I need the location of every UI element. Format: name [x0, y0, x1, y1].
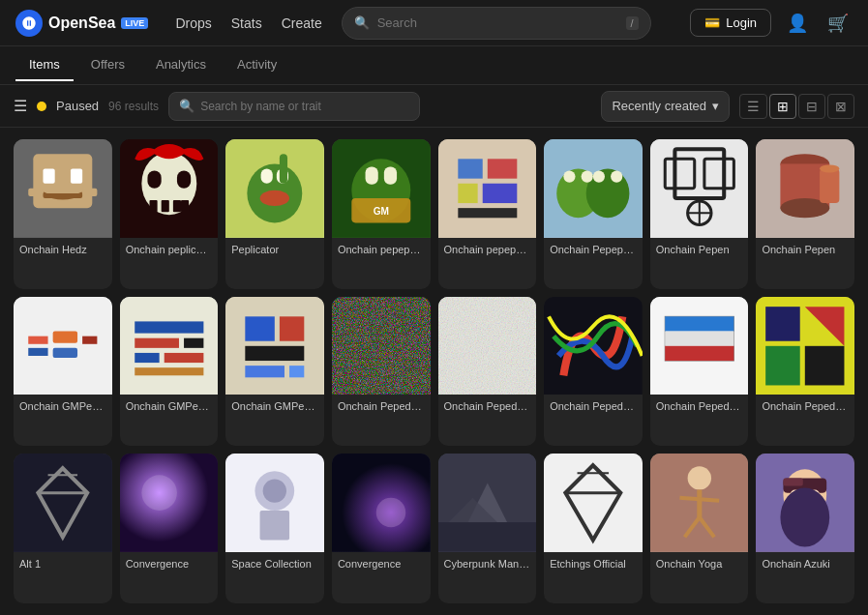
svg-rect-29 [487, 159, 516, 178]
cart-button[interactable]: 🛒 [823, 9, 853, 38]
nft-card[interactable]: Onchain peplicator 2 [120, 139, 219, 289]
svg-rect-3 [71, 168, 82, 183]
svg-rect-67 [246, 316, 275, 340]
nft-image [756, 297, 854, 395]
tab-activity[interactable]: Activity [224, 49, 290, 81]
nft-card[interactable]: Onchain pepepepe [438, 139, 537, 289]
nft-image [332, 297, 431, 395]
sort-dropdown[interactable]: Recently created ▾ [601, 91, 730, 122]
grid-small-view-button[interactable]: ⊞ [769, 94, 796, 119]
nft-card[interactable]: Onchain Pepedenza... [438, 297, 537, 447]
nft-info: Onchain Hedz [14, 238, 112, 263]
search-bar[interactable]: 🔍 / [342, 7, 651, 40]
nft-card[interactable]: Alt 1 [14, 454, 112, 603]
nft-name: Onchain pepepepe... [338, 244, 425, 255]
svg-rect-51 [820, 168, 839, 203]
nft-info: Onchain Pepen [756, 238, 854, 263]
nav-create[interactable]: Create [282, 15, 322, 31]
search-icon: 🔍 [354, 15, 370, 30]
svg-rect-75 [438, 297, 537, 395]
nft-name: Convergence [338, 558, 425, 570]
profile-button[interactable]: 👤 [783, 9, 812, 38]
nft-card[interactable]: Onchain Azuki [756, 454, 854, 603]
nft-card[interactable]: Onchain Yoga [650, 454, 749, 603]
svg-rect-69 [246, 345, 305, 360]
nft-image [438, 139, 537, 238]
nft-name: Onchain Pepen [762, 244, 849, 255]
nft-info: Alt 1 [14, 552, 112, 577]
svg-rect-32 [458, 208, 517, 218]
nft-card[interactable]: Cyberpunk Manifesto [438, 454, 537, 603]
nft-name: Onchain GMPepe #89 [19, 400, 106, 412]
nft-card[interactable]: Onchain Pepedenza... [756, 297, 854, 447]
svg-rect-62 [184, 337, 203, 347]
nft-info: Onchain peplicator 2 [120, 238, 219, 263]
nft-card[interactable]: Onchain Hedz [14, 139, 112, 289]
nft-card[interactable]: GM Onchain pepepepe... [332, 139, 431, 289]
svg-point-119 [781, 488, 830, 547]
nft-card[interactable]: Space Collection [225, 454, 324, 603]
nft-card[interactable]: Onchain GMPepe #1 [225, 297, 324, 447]
nft-info: Space Collection [225, 552, 324, 577]
svg-rect-83 [766, 307, 801, 341]
svg-rect-28 [458, 159, 482, 178]
search-input[interactable] [377, 15, 618, 30]
nft-card[interactable]: Onchain GMPepe #89 [14, 297, 112, 447]
nft-name: Onchain Pepedenza... [338, 400, 425, 412]
nav-stats[interactable]: Stats [231, 15, 262, 31]
svg-rect-24 [384, 166, 397, 184]
filter-icon[interactable]: ☰ [14, 97, 27, 115]
trait-search-input[interactable] [200, 100, 409, 113]
nft-image: GM [332, 139, 431, 238]
svg-rect-55 [28, 348, 47, 356]
nav-drops[interactable]: Drops [175, 15, 211, 31]
nft-card[interactable]: Onchain Pepepepen [544, 139, 643, 289]
nft-image [225, 139, 324, 238]
nft-card[interactable]: Convergence [120, 454, 219, 603]
svg-rect-54 [28, 336, 47, 343]
login-button[interactable]: 💳 Login [690, 9, 771, 37]
list-view-button[interactable]: ☰ [739, 94, 767, 119]
tab-offers[interactable]: Offers [77, 49, 138, 81]
wallet-icon: 💳 [704, 15, 720, 30]
results-count: 96 results [108, 100, 159, 113]
grid-medium-view-button[interactable]: ⊟ [798, 94, 825, 119]
nft-image [650, 454, 749, 552]
svg-rect-96 [260, 511, 289, 540]
svg-rect-116 [784, 479, 803, 486]
tab-analytics[interactable]: Analytics [142, 49, 220, 81]
nft-image [650, 297, 749, 395]
tab-items[interactable]: Items [15, 49, 74, 81]
nft-card[interactable]: Onchain Pepedenza... [544, 297, 643, 447]
svg-rect-61 [135, 337, 179, 347]
svg-rect-63 [135, 353, 159, 363]
svg-rect-81 [665, 345, 733, 360]
nft-name: Cyberpunk Manifesto [444, 558, 531, 570]
svg-rect-20 [280, 154, 287, 183]
nft-info: Onchain Pepedenza... [544, 395, 643, 420]
grid-large-view-button[interactable]: ⊠ [827, 94, 854, 119]
nft-image [14, 454, 112, 552]
nft-card[interactable]: Peplicator [225, 139, 324, 289]
nft-card[interactable]: Onchain Pepedenza... [332, 297, 431, 447]
search-icon-small: 🔍 [179, 99, 195, 113]
nft-card[interactable]: Onchain Pepen [650, 139, 749, 289]
nft-name: Onchain GMPepe #1 [231, 400, 318, 412]
nft-card[interactable]: Onchain GMPepe #27 [120, 297, 219, 447]
svg-rect-10 [177, 171, 191, 189]
svg-rect-12 [161, 200, 168, 212]
nft-card[interactable]: Onchain Pepen [756, 139, 854, 289]
nft-info: Onchain Pepedenza... [438, 395, 537, 420]
nft-name: Onchain Pepepepen [550, 244, 637, 255]
nft-info: Convergence [332, 552, 431, 577]
nft-image [756, 139, 854, 238]
svg-point-98 [376, 498, 405, 527]
nft-image [120, 297, 219, 395]
trait-search-bar[interactable]: 🔍 [168, 92, 420, 121]
nft-name: Onchain Azuki [762, 558, 849, 570]
nft-card[interactable]: Onchain Pepedenza... [650, 297, 749, 447]
nft-image [120, 139, 219, 238]
nft-card[interactable]: Convergence [332, 454, 431, 603]
nft-card[interactable]: Etchings Official [544, 454, 643, 603]
svg-rect-14 [181, 200, 189, 212]
